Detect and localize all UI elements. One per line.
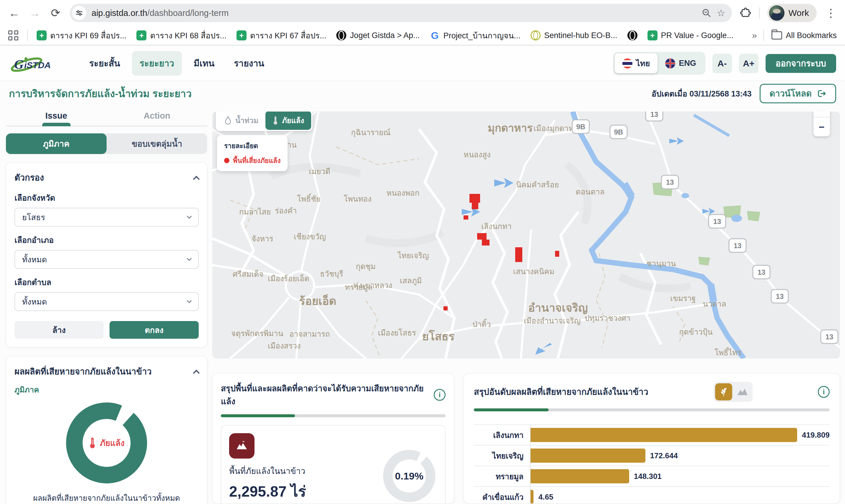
clear-button[interactable]: ล้าง [15, 321, 104, 339]
bar-value-label: 419.809 [802, 431, 830, 440]
map-legend: รายละเอียด พื้นที่เสี่ยงภัยแล้ง [217, 135, 287, 171]
svg-text:เมืองร้อยเอ็ด: เมืองร้อยเอ็ด [268, 274, 310, 283]
extensions-icon[interactable] [740, 7, 752, 19]
svg-text:13: 13 [826, 333, 833, 341]
info-icon[interactable]: i [434, 389, 445, 401]
bookmark-item[interactable]: +ตาราง KPI 69 สื่อปร... [37, 29, 126, 42]
bookmark-item[interactable]: +ตาราง KPI 67 สื่อปร... [236, 29, 326, 42]
apps-grid-icon[interactable] [8, 30, 18, 40]
yield-mode-button[interactable] [715, 383, 732, 400]
donut-center-label: ภัยแล้ง [100, 436, 125, 449]
thai-flag-icon [622, 58, 632, 69]
lang-eng-button[interactable]: ENG [657, 55, 704, 72]
bar-value-label: 148.301 [634, 472, 662, 481]
browser-toolbar: ← → ⟳ aip.gistda.or.th/dashboard/long-te… [0, 0, 845, 26]
summary-progress [221, 414, 445, 417]
mode-basin-button[interactable]: ขอบเขตลุ่มน้ำ [107, 133, 207, 154]
damage-donut-card: ผลผลิตที่เสียหายจากภัยแล้งในนาข้าว ภูมิภ… [6, 356, 207, 504]
font-larger-button[interactable]: A+ [739, 54, 758, 73]
svg-text:โพนทอง: โพนทอง [344, 195, 371, 203]
all-bookmarks[interactable]: All Bookmarks [772, 31, 837, 40]
svg-text:โพธิ์ไทร: โพธิ์ไทร [715, 347, 741, 357]
area-mode-button[interactable] [734, 383, 751, 400]
layer-flood-button[interactable]: น้ำท่วม [217, 111, 265, 130]
area-mini-card: พื้นที่ภัยแล้งในนาข้าว 2,295.87 ไร่ คิดเ… [221, 425, 445, 504]
tab-action[interactable]: Action [107, 111, 207, 126]
download-button[interactable]: ดาวน์โหลด [760, 84, 836, 103]
gistda-logo[interactable]: G iSTDA [9, 51, 65, 76]
bar[interactable] [531, 428, 797, 442]
svg-text:นิคมคำสร้อย: นิคมคำสร้อย [516, 180, 559, 189]
bookmarks-overflow-icon[interactable]: » [752, 30, 756, 40]
avatar [769, 5, 785, 21]
map-legend-title: รายละเอียด [224, 141, 281, 151]
svg-text:G: G [14, 57, 24, 72]
globe-dark-icon [336, 30, 346, 40]
nav-item[interactable]: มีเทน [186, 51, 222, 75]
svg-text:เมืองยโสธร: เมืองยโสธร [378, 328, 416, 337]
collapse-icon[interactable] [193, 176, 200, 183]
chart-mode-toggle [714, 382, 753, 402]
water-drop-icon [224, 116, 232, 125]
submit-button[interactable]: ตกลง [109, 321, 199, 339]
ranking-progress [474, 408, 830, 411]
map[interactable]: มุกดาหารเมืองมุกดาหารกุฉินารายณ์ดอนจานหน… [212, 111, 840, 359]
font-smaller-button[interactable]: A- [712, 54, 732, 73]
bookmark-star-icon[interactable]: ☆ [717, 7, 725, 19]
svg-text:ร่องคำ: ร่องคำ [275, 206, 297, 215]
subdistrict-select[interactable]: ทั้งหมด [15, 292, 199, 311]
bar[interactable] [531, 490, 533, 504]
nav-item[interactable]: ระยะยาว [132, 51, 182, 75]
bookmark-item[interactable] [628, 30, 637, 40]
nav-item[interactable]: รายงาน [226, 51, 272, 75]
site-settings-icon[interactable] [72, 6, 86, 20]
url-text: aip.gistda.or.th/dashboard/long-term [91, 8, 696, 18]
sheets-icon: + [236, 30, 247, 40]
browser-menu-icon[interactable]: ⋮ [824, 6, 837, 19]
svg-text:เขมราฐ: เขมราฐ [670, 294, 696, 303]
bookmark-item[interactable]: Sentinel-hub EO-B... [531, 30, 617, 40]
map-zoom-control: + − [813, 111, 830, 136]
sheets-icon: + [648, 30, 657, 40]
svg-text:iSTDA: iSTDA [24, 60, 51, 70]
updated-timestamp: อัปเดตเมื่อ 03/11/2568 13:43 [652, 87, 752, 100]
info-icon[interactable]: i [818, 386, 830, 398]
province-select[interactable]: ยโสธร [15, 208, 199, 227]
forward-icon[interactable]: → [28, 6, 41, 19]
drought-area-icon [229, 433, 254, 458]
lang-thai-button[interactable]: ไทย [615, 53, 657, 73]
profile-name: Work [789, 8, 809, 18]
svg-text:เสลภูมิ: เสลภูมิ [400, 276, 422, 285]
zoom-in-button[interactable]: + [813, 111, 830, 118]
mode-region-button[interactable]: ภูมิภาค [6, 133, 107, 154]
area-label: พื้นที่ภัยแล้งในนาข้าว [229, 465, 344, 478]
profile-chip[interactable]: Work [767, 4, 817, 22]
svg-text:มุกดาหาร: มุกดาหาร [488, 122, 533, 135]
back-icon[interactable]: ← [8, 6, 21, 19]
bookmark-item[interactable]: GProject_บ้านกาญจน... [430, 29, 521, 42]
zoom-out-icon[interactable] [702, 8, 711, 18]
reload-icon[interactable]: ⟳ [49, 6, 62, 19]
svg-text:เชียงขวัญ: เชียงขวัญ [294, 232, 326, 241]
bookmark-item[interactable]: Joget Gistda > Ap... [336, 30, 420, 40]
gauge-value: 0.19% [381, 448, 437, 504]
nav-item[interactable]: ระยะสั้น [82, 51, 128, 75]
district-select[interactable]: ทั้งหมด [15, 250, 199, 269]
svg-text:กุฉินารายณ์: กุฉินารายณ์ [351, 128, 391, 137]
bar-row: ทรายมูล148.301 [474, 466, 830, 486]
svg-text:นาตาล: นาตาล [703, 300, 726, 308]
svg-text:กุดข้าวปุ้น: กุดข้าวปุ้น [679, 327, 713, 337]
zoom-out-button[interactable]: − [813, 118, 830, 136]
svg-text:กุดชุม: กุดชุม [356, 262, 375, 271]
ranking-card: สรุปอันดับผลผลิตที่เสียหายจากภัยแล้งในนา… [463, 373, 840, 504]
url-bar[interactable]: aip.gistda.or.th/dashboard/long-term ☆ [70, 4, 732, 22]
svg-text:โพธิ์ชัย: โพธิ์ชัย [297, 193, 321, 203]
collapse-icon[interactable] [193, 370, 200, 377]
bar-category-label: คำเขื่อนแก้ว [474, 491, 530, 503]
bar[interactable] [531, 449, 646, 463]
layer-drought-button[interactable]: ภัยแล้ง [265, 111, 311, 130]
logout-button[interactable]: ออกจากระบบ [765, 54, 836, 73]
bookmark-item[interactable]: +PR Value - Google... [648, 30, 734, 40]
bookmark-item[interactable]: +ตาราง KPI 68 สื่อปร... [136, 29, 226, 42]
bar[interactable] [531, 469, 629, 483]
